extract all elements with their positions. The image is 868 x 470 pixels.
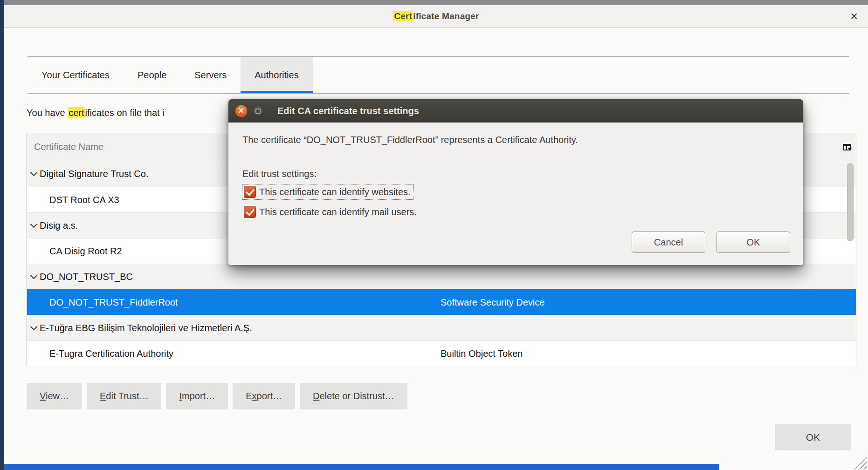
- cancel-button[interactable]: Cancel: [632, 232, 705, 253]
- dialog-title: Edit CA certificate trust settings: [277, 106, 419, 116]
- certificate-name: DST Root CA X3: [49, 195, 119, 205]
- tab-label: People: [138, 70, 166, 81]
- tab-bar: Your Certificates People Servers Authori…: [28, 56, 849, 94]
- window-title: Certificate Manager: [393, 11, 479, 21]
- action-button[interactable]: View…: [27, 383, 82, 409]
- tab-label: Servers: [194, 70, 227, 81]
- chevron-down-icon[interactable]: [30, 323, 38, 330]
- window-titlebar[interactable]: Certificate Manager ×: [4, 5, 868, 27]
- tab[interactable]: Authorities: [241, 57, 313, 93]
- dialog-restore-icon[interactable]: [252, 105, 264, 117]
- action-button[interactable]: Import…: [166, 383, 228, 409]
- edit-trust-settings-label: Edit trust settings:: [242, 169, 789, 179]
- background-window-edge: [4, 464, 719, 470]
- action-button[interactable]: Edit Trust…: [87, 383, 161, 409]
- table-row[interactable]: DO_NOT_TRUST_FiddlerRoot Software Securi…: [27, 289, 856, 315]
- vertical-scrollbar-thumb[interactable]: [847, 163, 854, 241]
- certificate-action-buttons: View… Edit Trust… Import… Export… Delete…: [27, 383, 407, 409]
- certificate-name: E-Tugra Certification Authority: [49, 348, 173, 359]
- restore-square-icon: [255, 109, 261, 114]
- checkbox-label: This certificate can identify websites.: [259, 187, 411, 198]
- column-picker-icon: [843, 144, 851, 150]
- certificate-name: DO_NOT_TRUST_FiddlerRoot: [49, 297, 178, 308]
- security-device: Software Security Device: [441, 297, 544, 308]
- certificate-name: DO_NOT_TRUST_BC: [40, 272, 133, 282]
- chevron-down-icon[interactable]: [30, 272, 38, 279]
- certificate-name: Disig a.s.: [40, 220, 78, 231]
- certificate-name: CA Disig Root R2: [49, 246, 122, 257]
- ok-button[interactable]: OK: [775, 424, 851, 450]
- screen: Certificate Manager × Your Certificates …: [0, 0, 868, 470]
- dialog-buttons: Cancel OK: [632, 232, 790, 253]
- column-picker-button[interactable]: [838, 133, 856, 161]
- dialog-ok-button[interactable]: OK: [716, 232, 790, 253]
- chevron-down-icon[interactable]: [30, 220, 38, 228]
- find-highlight: Cert: [393, 11, 413, 21]
- dialog-body: The certificate “DO_NOT_TRUST_FiddlerRoo…: [228, 123, 803, 265]
- find-highlight: cert: [68, 107, 85, 118]
- dialog-titlebar[interactable]: ✕ Edit CA certificate trust settings: [228, 99, 803, 123]
- dialog-close-icon[interactable]: ✕: [235, 105, 248, 117]
- resize-grip[interactable]: [854, 456, 867, 469]
- tab[interactable]: Your Certificates: [28, 57, 124, 93]
- table-row[interactable]: DO_NOT_TRUST_BC: [27, 264, 856, 289]
- table-row[interactable]: E-Tuğra EBG Bilişim Teknolojileri ve Hiz…: [27, 315, 856, 341]
- action-button[interactable]: Export…: [233, 383, 295, 409]
- trust-checkbox-row[interactable]: This certificate can identify websites.: [242, 184, 413, 199]
- security-device: Builtin Object Token: [441, 348, 523, 359]
- dialog-message: The certificate “DO_NOT_TRUST_FiddlerRoo…: [242, 123, 789, 145]
- tab[interactable]: People: [124, 57, 180, 93]
- column-header-certificate-name[interactable]: Certificate Name: [27, 142, 103, 152]
- certificate-name: Digital Signature Trust Co.: [40, 169, 148, 179]
- close-icon[interactable]: ×: [850, 10, 858, 22]
- checkbox-checked-icon[interactable]: [244, 186, 256, 198]
- chevron-down-icon[interactable]: [30, 169, 38, 177]
- table-row[interactable]: E-Tugra Certification Authority Builtin …: [27, 341, 856, 366]
- tab[interactable]: Servers: [180, 57, 241, 93]
- edit-trust-dialog: ✕ Edit CA certificate trust settings The…: [228, 99, 803, 265]
- action-button[interactable]: Delete or Distrust…: [300, 383, 407, 409]
- checkbox-label: This certificate can identify mail users…: [259, 207, 417, 218]
- trust-checkbox-row[interactable]: This certificate can identify mail users…: [242, 204, 419, 219]
- certificate-name: E-Tuğra EBG Bilişim Teknolojileri ve Hiz…: [40, 323, 252, 334]
- window-top-edge: [4, 0, 868, 5]
- intro-text: You have certificates on file that i: [27, 108, 165, 118]
- tab-label: Your Certificates: [41, 70, 110, 81]
- tab-label: Authorities: [255, 70, 299, 81]
- checkbox-checked-icon[interactable]: [244, 206, 256, 218]
